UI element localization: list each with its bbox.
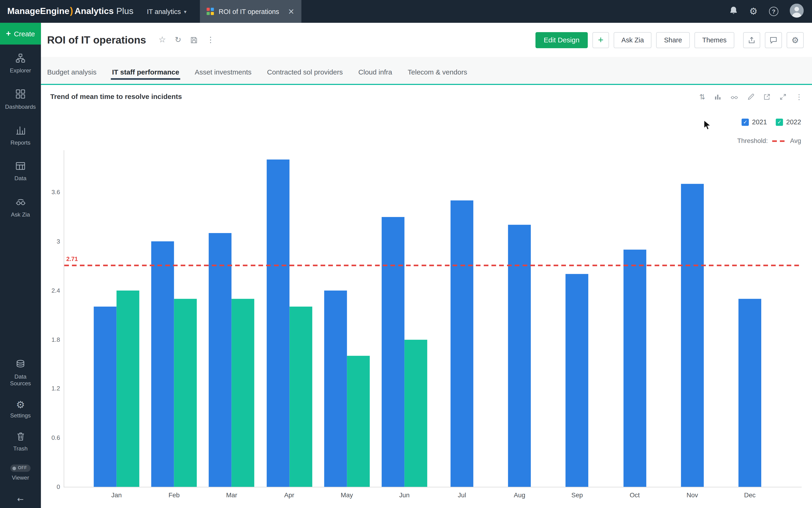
chart-bar[interactable] <box>382 217 404 487</box>
x-axis-month-label: Dec <box>729 492 771 499</box>
sidebar-item-trash[interactable]: Trash <box>0 431 41 452</box>
viewer-off-toggle[interactable]: OFF <box>10 465 31 472</box>
chart-bar[interactable] <box>681 184 704 487</box>
sidebar-item-explorer[interactable]: Explorer <box>0 53 41 74</box>
x-axis-month-label: Feb <box>154 492 195 499</box>
favorite-star-icon[interactable]: ☆ <box>159 36 166 44</box>
chart-bar[interactable] <box>94 307 117 487</box>
tab-title: ROI of IT operations <box>219 7 279 15</box>
user-avatar[interactable] <box>789 3 804 19</box>
tab-cloud-infra[interactable]: Cloud infra <box>358 69 392 85</box>
dashboard-tabstrip: Budget analysis IT staff performance Ass… <box>41 57 812 85</box>
more-options-kebab-icon[interactable]: ⋮ <box>796 93 803 100</box>
sidebar-item-data-sources[interactable]: Data Sources <box>0 359 41 387</box>
chart-bar[interactable] <box>566 274 589 487</box>
data-table-icon <box>15 161 26 172</box>
close-icon[interactable]: × <box>288 7 295 16</box>
chevron-down-icon: ▾ <box>184 9 186 14</box>
threshold-name: Avg <box>790 137 801 144</box>
comments-button[interactable] <box>765 32 782 48</box>
sidebar-item-viewer[interactable]: OFF Viewer <box>0 465 41 481</box>
chart-legend: ✓ 2021 ✓ 2022 <box>742 118 801 126</box>
chart-bar[interactable] <box>508 225 531 487</box>
sidebar-item-dashboards[interactable]: Dashboards <box>0 89 41 110</box>
chart-bar[interactable] <box>738 299 761 487</box>
sidebar-item-label: Ask Zia <box>11 211 30 218</box>
explorer-icon <box>15 53 26 65</box>
settings-gear-icon[interactable]: ⚙ <box>750 7 758 16</box>
save-icon[interactable] <box>190 36 198 44</box>
brand-manageengine: ManageEngine <box>7 6 69 16</box>
bar-chart-plot-area[interactable]: 00.61.21.82.433.6JanFebMarAprMayJunJulAu… <box>64 150 802 487</box>
legend-label: 2021 <box>752 118 767 126</box>
open-dashboard-tab[interactable]: ROI of IT operations × <box>200 0 301 23</box>
threshold-value-label: 2.71 <box>66 256 78 262</box>
chart-bar[interactable] <box>117 290 139 487</box>
tab-it-staff-performance[interactable]: IT staff performance <box>112 69 179 85</box>
workspace-selector[interactable]: IT analytics ▾ <box>147 7 186 15</box>
edit-design-button[interactable]: Edit Design <box>536 32 588 48</box>
add-button[interactable]: + <box>593 32 609 48</box>
create-button[interactable]: + Create <box>0 23 41 44</box>
sidebar-item-label: Data Sources <box>6 373 35 387</box>
chart-bar[interactable] <box>266 160 289 487</box>
x-axis-month-label: Apr <box>268 492 310 499</box>
open-in-new-icon[interactable] <box>763 93 771 100</box>
sidebar-item-reports[interactable]: Reports <box>0 125 41 146</box>
chart-bar[interactable] <box>347 356 370 487</box>
dashboards-icon <box>15 89 26 100</box>
tab-contracted-sol-providers[interactable]: Contracted sol providers <box>267 69 343 85</box>
legend-item-2021[interactable]: ✓ 2021 <box>742 118 767 126</box>
collapse-sidebar-icon[interactable]: ← <box>17 495 24 504</box>
x-axis-month-label: Nov <box>672 492 713 499</box>
x-axis-month-label: Jun <box>384 492 425 499</box>
brand-logo: ManageEngine)AnalyticsPlus <box>0 6 138 17</box>
chart-bar[interactable] <box>451 201 473 487</box>
tab-telecom-vendors[interactable]: Telecom & vendors <box>408 69 467 85</box>
sort-icon[interactable]: ⇅ <box>699 93 706 100</box>
sidebar-bottom-group: Data Sources ⚙ Settings Trash OFF Viewer… <box>0 359 41 504</box>
sidebar-item-data[interactable]: Data <box>0 161 41 182</box>
chart-bar[interactable] <box>404 339 427 487</box>
y-axis-tick-label: 3.6 <box>39 188 60 196</box>
chart-type-icon[interactable] <box>714 93 721 100</box>
chart-bar[interactable] <box>174 299 197 487</box>
themes-button[interactable]: Themes <box>694 32 734 48</box>
checkbox-2021[interactable]: ✓ <box>742 118 749 125</box>
help-icon[interactable]: ? <box>769 7 778 16</box>
tab-asset-investments[interactable]: Asset investments <box>195 69 252 85</box>
chart-bar[interactable] <box>151 242 174 487</box>
chart-bar[interactable] <box>324 290 347 487</box>
chart-toolbar: ⇅ ⋮ <box>699 93 803 100</box>
more-options-kebab-icon[interactable]: ⋮ <box>207 36 214 44</box>
y-axis-tick-label: 0 <box>39 483 60 490</box>
export-button[interactable] <box>743 32 760 48</box>
x-axis-month-label: Jan <box>96 492 137 499</box>
y-axis-tick-label: 1.2 <box>39 385 60 392</box>
sidebar: + Create Explorer Dashboards Reports Dat… <box>0 23 41 508</box>
toggle-state-label: OFF <box>18 466 27 470</box>
legend-item-2022[interactable]: ✓ 2022 <box>776 118 801 126</box>
sidebar-item-label: Trash <box>13 446 28 452</box>
y-axis-tick-label: 2.4 <box>39 287 60 294</box>
edit-pencil-icon[interactable] <box>747 93 755 100</box>
sidebar-item-settings[interactable]: ⚙ Settings <box>0 400 41 419</box>
tab-budget-analysis[interactable]: Budget analysis <box>47 69 96 85</box>
zia-insights-icon[interactable] <box>730 93 739 100</box>
ask-zia-icon <box>15 197 26 208</box>
sidebar-item-ask-zia[interactable]: Ask Zia <box>0 197 41 218</box>
share-button[interactable]: Share <box>656 32 690 48</box>
notifications-bell-icon[interactable] <box>729 6 738 17</box>
page-header: ROI of IT operations ☆ ↻ ⋮ Edit Design +… <box>41 23 812 57</box>
chart-bar[interactable] <box>231 299 254 487</box>
chart-bar[interactable] <box>209 233 231 487</box>
chart-bar[interactable] <box>289 307 312 487</box>
resize-expand-icon[interactable] <box>779 93 786 100</box>
view-settings-gear-button[interactable]: ⚙ <box>786 32 804 48</box>
chart-title: Trend of mean time to resolve incidents <box>50 93 182 100</box>
ask-zia-button[interactable]: Ask Zia <box>614 32 652 48</box>
chart-bar[interactable] <box>623 250 646 487</box>
checkbox-2022[interactable]: ✓ <box>776 118 783 125</box>
refresh-icon[interactable]: ↻ <box>175 36 181 44</box>
toggle-knob <box>12 466 16 470</box>
